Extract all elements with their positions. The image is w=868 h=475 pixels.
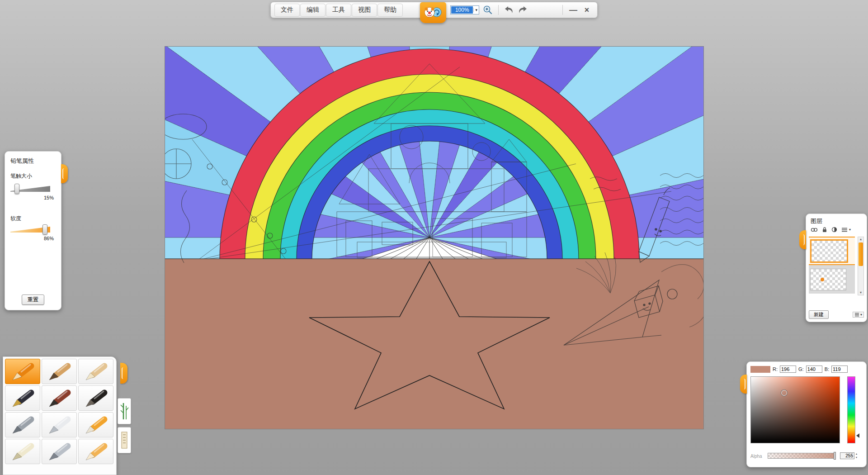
hue-marker[interactable]	[856, 433, 859, 438]
tool-palette-knife[interactable]	[42, 412, 77, 437]
pencil-panel-collapse-handle[interactable]	[61, 164, 68, 183]
scroll-icon	[120, 430, 128, 450]
tool-pencil-wood[interactable]	[42, 359, 77, 384]
tool-paint-brush[interactable]	[42, 385, 77, 411]
menu-file[interactable]: 文件	[274, 4, 300, 17]
redo-button[interactable]	[516, 4, 529, 16]
alpha-spin-down[interactable]: ▾	[856, 456, 857, 459]
layers-scrollbar-thumb[interactable]	[859, 242, 863, 266]
r-input[interactable]	[780, 366, 796, 373]
rgb-row: R: G: B:	[750, 366, 848, 373]
layer-1-thumbnail	[810, 239, 848, 263]
b-input[interactable]	[831, 366, 848, 373]
alpha-spinner[interactable]: ▴▾	[856, 452, 857, 459]
scroll-up-arrow[interactable]: ▴	[858, 237, 863, 242]
r-label: R:	[773, 366, 778, 372]
layer-row-2[interactable]	[809, 265, 855, 294]
layers-menu-dropdown-arrow[interactable]: ▾	[849, 228, 851, 232]
tool-crayon-cream[interactable]	[78, 359, 113, 384]
pencil-wood-icon	[44, 361, 74, 382]
menu-help[interactable]: 帮助	[377, 4, 403, 17]
color-panel-collapse-handle[interactable]	[740, 375, 747, 394]
minimize-icon: —	[569, 5, 577, 15]
paint-tube-icon	[8, 441, 38, 462]
tool-airbrush[interactable]	[5, 412, 40, 437]
reset-button[interactable]: 重置	[22, 294, 44, 305]
scroll-down-arrow[interactable]: ▾	[858, 290, 863, 295]
app-brand-tab[interactable]	[420, 2, 446, 23]
softness-slider[interactable]	[10, 227, 50, 233]
b-label: B:	[825, 366, 829, 372]
saturation-value-square[interactable]	[750, 376, 840, 443]
palette-knife-icon	[44, 414, 74, 435]
zoom-level-field[interactable]: 100% ▾	[450, 5, 479, 14]
zoom-level-value: 100%	[451, 6, 473, 14]
new-layer-button[interactable]: 新建	[809, 310, 829, 319]
alpha-input[interactable]	[840, 452, 854, 459]
brush-size-value: 15%	[44, 195, 54, 200]
undo-button[interactable]	[502, 4, 516, 16]
menu-file-label: 文件	[281, 6, 293, 14]
menu-view-label: 视图	[358, 6, 371, 14]
tool-paint-roller[interactable]	[78, 412, 113, 437]
layer-options-icon	[854, 313, 859, 317]
close-button[interactable]: ×	[580, 4, 594, 16]
tool-palette-side	[118, 356, 133, 475]
fountain-pen-icon	[8, 388, 38, 408]
dip-pen-icon	[44, 441, 74, 462]
tool-eraser[interactable]	[78, 439, 113, 464]
tool-palette-collapse-handle[interactable]	[120, 363, 127, 384]
softness-knob[interactable]	[42, 224, 47, 235]
tool-crayon-orange[interactable]	[5, 359, 40, 384]
drawing-canvas[interactable]	[165, 46, 704, 429]
undo-icon	[504, 5, 514, 15]
paint-brush-icon	[44, 388, 74, 408]
zoom-in-button[interactable]	[481, 4, 495, 16]
layer-options-dropdown-arrow: ▾	[860, 313, 862, 317]
g-input[interactable]	[806, 366, 822, 373]
tool-ink-brush[interactable]	[78, 385, 113, 411]
layers-toolbar: ▾	[811, 227, 863, 233]
rainbow	[220, 49, 639, 259]
eraser-icon	[81, 441, 111, 462]
main-toolbar: 文件 编辑 工具 视图 帮助 100% ▾	[270, 2, 598, 18]
zoom-in-icon	[483, 5, 493, 15]
pencil-panel-title: 铅笔属性	[10, 157, 34, 165]
alpha-slider[interactable]	[768, 453, 835, 459]
layer-row-1[interactable]	[809, 237, 855, 265]
tool-dip-pen[interactable]	[42, 439, 77, 464]
menu-view[interactable]: 视图	[352, 4, 377, 17]
bamboo-stamp-button[interactable]	[118, 398, 131, 424]
menu-tools[interactable]: 工具	[326, 4, 351, 17]
tool-palette	[3, 356, 117, 475]
tool-grid	[5, 359, 114, 464]
bamboo-icon	[120, 401, 129, 421]
layers-panel-title: 图层	[811, 217, 822, 225]
redo-icon	[517, 5, 528, 15]
hue-bar[interactable]	[847, 376, 855, 443]
sv-marker[interactable]	[781, 390, 787, 396]
tool-paint-tube[interactable]	[5, 439, 40, 464]
g-label: G:	[798, 366, 804, 372]
softness-label: 软度	[10, 215, 21, 223]
zoom-dropdown-arrow[interactable]: ▾	[473, 8, 479, 12]
layers-menu-icon[interactable]	[841, 227, 848, 233]
tool-fountain-pen[interactable]	[5, 385, 40, 411]
scroll-stamp-button[interactable]	[118, 427, 131, 453]
link-layers-icon[interactable]	[811, 227, 818, 233]
layers-panel-collapse-handle[interactable]	[799, 230, 806, 249]
blend-mode-icon[interactable]	[831, 227, 837, 233]
layer-options-button[interactable]: ▾	[853, 312, 864, 318]
brush-size-slider[interactable]	[10, 186, 50, 192]
crayon-orange-icon	[8, 361, 38, 382]
pencil-character	[639, 188, 670, 262]
menu-edit[interactable]: 编辑	[300, 4, 326, 17]
brush-size-knob[interactable]	[14, 184, 19, 194]
alpha-spin-up[interactable]: ▴	[856, 452, 857, 456]
minimize-button[interactable]: —	[566, 4, 580, 16]
alpha-slider-handle[interactable]	[834, 452, 836, 460]
lock-layer-icon[interactable]	[822, 227, 827, 233]
crayon-cream-icon	[81, 361, 111, 382]
white-fan	[363, 238, 496, 259]
layers-scrollbar[interactable]: ▴ ▾	[858, 237, 864, 295]
